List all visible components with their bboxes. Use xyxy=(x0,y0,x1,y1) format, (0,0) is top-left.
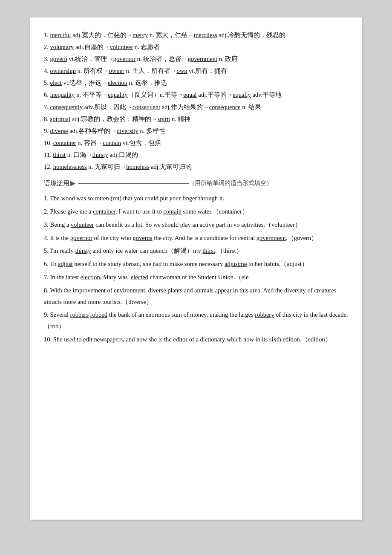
exercise-list-item: 10. She used to edit newspapers, and now… xyxy=(44,334,348,345)
exercise-list-item: 6. To adjust herself to the study abroad… xyxy=(44,258,348,270)
word-list-item: 11. thirst n. 口渴→thirsty adj.口渴的 xyxy=(44,149,348,160)
exercise-list-item: 4. It is the governor of the city who go… xyxy=(44,232,348,244)
word-list-item: 3. govern vt.统治，管理→governor n. 统治者，总督→go… xyxy=(44,53,348,64)
word-list-item: 4. ownership n. 所有权→owner n. 主人，所有者→own … xyxy=(44,65,348,76)
exercise-list-item: 8. With the improvement of environment, … xyxy=(44,285,348,308)
word-list-item: 12. homelessness n. 无家可归→homeless adj.无家… xyxy=(44,161,348,172)
word-list-item: 7. consequently adv.所以，因此→consequent adj… xyxy=(44,101,348,113)
dashed-line xyxy=(78,183,189,184)
word-list-item: 5. elect vt.选举，推选→election n. 选举，推选 xyxy=(44,77,348,88)
word-list-item: 6. inequality n. 不平等→equality（反义词）n.平等→e… xyxy=(44,89,348,100)
exercise-list-item: 1. The wood was so rotten (rot) that you… xyxy=(44,193,348,204)
exercise-list-item: 2. Please give me a container. I want to… xyxy=(44,206,348,217)
exercise-list-item: 7. In the latest election, Mary was elec… xyxy=(44,272,348,283)
exercise-list: 1. The wood was so rotten (rot) that you… xyxy=(44,193,348,345)
exercise-list-item: 9. Several robbers robbed the bank of an… xyxy=(44,309,348,332)
section-label: 语境活用 xyxy=(44,178,69,189)
word-list: 1. merciful adj.宽大的，仁慈的→mercy n. 宽大，仁慈→m… xyxy=(44,29,348,172)
arrow-icon: ▶ xyxy=(70,177,75,189)
word-list-item: 2. voluntary adj.自愿的→volunteer n. 志愿者 xyxy=(44,41,348,52)
word-list-item: 9. diverse adj.各种各样的→diversity n. 多样性 xyxy=(44,125,348,136)
exercise-list-item: 5. I'm really thirsty and only ice water… xyxy=(44,245,348,257)
word-list-item: 1. merciful adj.宽大的，仁慈的→mercy n. 宽大，仁慈→m… xyxy=(44,29,348,40)
section-header: 语境活用 ▶ （用所给单词的适当形式填空） xyxy=(44,177,348,189)
main-content: 1. merciful adj.宽大的，仁慈的→mercy n. 宽大，仁慈→m… xyxy=(30,17,362,520)
word-list-item: 10. container n. 容器→contain vt.包含，包括 xyxy=(44,137,348,148)
word-list-item: 8. spiritual adj.宗教的，教会的；精神的→spirit n. 精… xyxy=(44,113,348,124)
section-instruction: （用所给单词的适当形式填空） xyxy=(189,178,272,188)
exercise-list-item: 3. Being a volunteer can benefit us a lo… xyxy=(44,219,348,231)
